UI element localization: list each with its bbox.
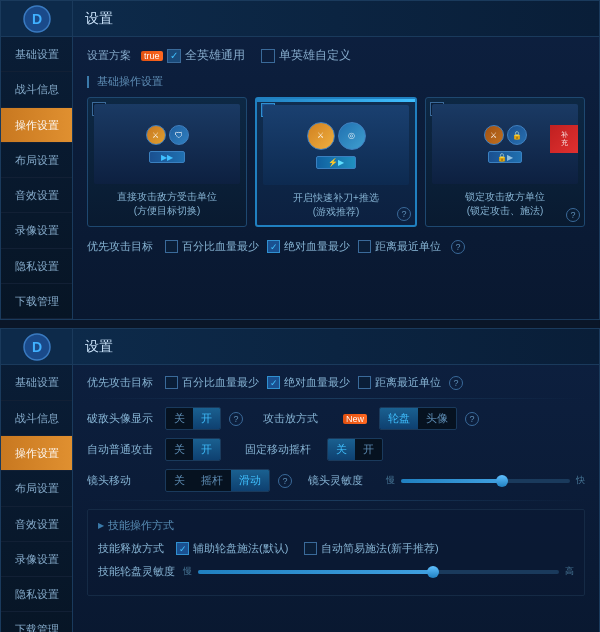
sidebar-item-battle[interactable]: 战斗信息 xyxy=(1,72,72,107)
skill-slider-fill xyxy=(198,570,433,574)
skill-checkbox-wheel: ✓ xyxy=(176,542,189,555)
content-area-2: 优先攻击目标 百分比血量最少 ✓ 绝对血量最少 距离最近单位 ? 破敌头像显 xyxy=(73,365,599,606)
hero-circle-1a: ⚔ xyxy=(146,125,166,145)
main-content-2: 设置 优先攻击目标 百分比血量最少 ✓ 绝对血量最少 距离最近单位 ? xyxy=(73,329,599,632)
skill-section-title: 技能操作方式 xyxy=(98,518,574,533)
fixed-joystick-label: 固定移动摇杆 xyxy=(245,442,315,457)
skill-icon-1: ▶▶ xyxy=(149,151,185,163)
mode-desc-free-adv: 开启快速补刀+推选(游戏推荐) xyxy=(263,191,409,219)
attack-dir-new-badge: New xyxy=(343,414,367,424)
tab-all-heroes-1[interactable]: ✓ 全英雄通用 xyxy=(167,47,245,64)
sidebar-item-download[interactable]: 下载管理 xyxy=(1,284,72,319)
camera-move-slide[interactable]: 滑动 xyxy=(231,470,269,491)
priority-row-2: 优先攻击目标 百分比血量最少 ✓ 绝对血量最少 距离最近单位 ? xyxy=(87,375,585,390)
priority-option-abs[interactable]: ✓ 绝对血量最少 xyxy=(267,239,350,254)
sidebar-item-record[interactable]: 录像设置 xyxy=(1,213,72,248)
skill-slider-thumb[interactable] xyxy=(427,566,439,578)
camera-slider-track[interactable] xyxy=(401,479,570,483)
broken-head-on[interactable]: 开 xyxy=(193,408,220,429)
skill-section: 技能操作方式 技能释放方式 ✓ 辅助轮盘施法(默认) 自动简易施法(新手推荐) xyxy=(87,509,585,596)
checkbox-nearest xyxy=(358,240,371,253)
attack-dir-wheel[interactable]: 轮盘 xyxy=(380,408,418,429)
camera-slider-fill xyxy=(401,479,502,483)
svg-text:D: D xyxy=(31,11,41,27)
attack-dir-toggle: 轮盘 头像 xyxy=(379,407,457,430)
check-icon-custom-1 xyxy=(261,49,275,63)
attack-dir-question[interactable]: ? xyxy=(465,412,479,426)
priority-label-1: 优先攻击目标 xyxy=(87,239,157,254)
attack-dir-portrait[interactable]: 头像 xyxy=(418,408,456,429)
sidebar2-item-operation[interactable]: 操作设置 xyxy=(1,436,72,471)
p2-option-abs[interactable]: ✓ 绝对血量最少 xyxy=(267,375,350,390)
priority-option-nearest[interactable]: 距离最近单位 xyxy=(358,239,441,254)
p2-option-nearest[interactable]: 距离最近单位 xyxy=(358,375,441,390)
skill-option-simple[interactable]: 自动简易施法(新手推荐) xyxy=(304,541,438,556)
priority-question[interactable]: ? xyxy=(451,240,465,254)
sidebar2-item-basic[interactable]: 基础设置 xyxy=(1,365,72,400)
skill-icon-2: ⚡▶ xyxy=(316,156,356,169)
question-mark-1[interactable]: ? xyxy=(397,207,411,221)
lock-badge: 补充 xyxy=(550,125,578,153)
camera-slider-max: 快 xyxy=(576,474,585,487)
sidebar-item-layout[interactable]: 布局设置 xyxy=(1,143,72,178)
sidebar2-item-download[interactable]: 下载管理 xyxy=(1,612,72,632)
broken-head-off[interactable]: 关 xyxy=(166,408,193,429)
fixed-joystick-on[interactable]: 开 xyxy=(355,439,382,460)
sidebar-item-privacy[interactable]: 隐私设置 xyxy=(1,249,72,284)
mode-card-lock[interactable]: ⚔ 🔒 🔒▶ 补充 锁定攻击敌方单位(锁定攻击、施法) ? xyxy=(425,97,585,227)
mode-desc-lock: 锁定攻击敌方单位(锁定攻击、施法) xyxy=(432,190,578,218)
logo-icon: D xyxy=(23,5,51,33)
settings-preset-label: 设置方案 xyxy=(87,48,131,63)
section-title-basic-op: 基础操作设置 xyxy=(87,74,585,89)
auto-attack-on[interactable]: 开 xyxy=(193,439,220,460)
logo-area: D xyxy=(1,1,72,37)
sidebar2-item-record[interactable]: 录像设置 xyxy=(1,542,72,577)
hero-circle-2a: ⚔ xyxy=(307,122,335,150)
auto-attack-off[interactable]: 关 xyxy=(166,439,193,460)
hero-circle-2b: ◎ xyxy=(338,122,366,150)
p2-priority-question[interactable]: ? xyxy=(449,376,463,390)
mode-card-free-adv[interactable]: ✓ ⚔ ◎ ⚡▶ 开启快速补刀+推选(游戏推荐) ? xyxy=(255,97,417,227)
camera-move-joystick[interactable]: 摇杆 xyxy=(193,470,231,491)
skill-slider-track[interactable] xyxy=(198,570,559,574)
p2-checkbox-abs: ✓ xyxy=(267,376,280,389)
sidebar2-item-layout[interactable]: 布局设置 xyxy=(1,471,72,506)
skill-option-wheel[interactable]: ✓ 辅助轮盘施法(默认) xyxy=(176,541,288,556)
panel-1: D 基础设置 战斗信息 操作设置 布局设置 音效设置 录像设置 隐私设置 下载管… xyxy=(0,0,600,320)
tab-custom-hero-1[interactable]: 单英雄自定义 xyxy=(261,47,351,64)
mode-desc-free: 直接攻击敌方受击单位(方便目标切换) xyxy=(94,190,240,218)
checkbox-abs: ✓ xyxy=(267,240,280,253)
mode-img-lock: ⚔ 🔒 🔒▶ 补充 xyxy=(432,104,578,184)
broken-head-label: 破敌头像显示 xyxy=(87,411,157,426)
p2-option-percent[interactable]: 百分比血量最少 xyxy=(165,375,259,390)
sidebar-1: D 基础设置 战斗信息 操作设置 布局设置 音效设置 录像设置 隐私设置 下载管… xyxy=(1,1,73,319)
camera-row: 镜头移动 关 摇杆 滑动 ? 镜头灵敏度 慢 快 xyxy=(87,469,585,492)
camera-move-question[interactable]: ? xyxy=(278,474,292,488)
camera-sens-label: 镜头灵敏度 xyxy=(308,473,378,488)
skill-slider-min: 慢 xyxy=(183,565,192,578)
priority-option-percent[interactable]: 百分比血量最少 xyxy=(165,239,259,254)
camera-move-toggle: 关 摇杆 滑动 xyxy=(165,469,270,492)
broken-head-question[interactable]: ? xyxy=(229,412,243,426)
sidebar2-item-battle[interactable]: 战斗信息 xyxy=(1,401,72,436)
skill-release-row: 技能释放方式 ✓ 辅助轮盘施法(默认) 自动简易施法(新手推荐) xyxy=(98,541,574,556)
divider-1 xyxy=(87,398,585,399)
sidebar2-item-audio[interactable]: 音效设置 xyxy=(1,507,72,542)
svg-text:D: D xyxy=(31,339,41,355)
skill-icon-3: 🔒▶ xyxy=(488,151,522,163)
skill-checkbox-simple xyxy=(304,542,317,555)
logo-area-2: D xyxy=(1,329,72,365)
camera-move-off[interactable]: 关 xyxy=(166,470,193,491)
checkbox-percent xyxy=(165,240,178,253)
camera-slider-thumb[interactable] xyxy=(496,475,508,487)
sidebar-item-operation[interactable]: 操作设置 xyxy=(1,108,72,143)
fixed-joystick-off[interactable]: 关 xyxy=(328,439,355,460)
logo-icon-2: D xyxy=(23,333,51,361)
sidebar-item-basic[interactable]: 基础设置 xyxy=(1,37,72,72)
skill-sens-label: 技能轮盘灵敏度 xyxy=(98,564,175,579)
question-mark-2[interactable]: ? xyxy=(566,208,580,222)
main-content-1: 设置 设置方案 true ✓ 全英雄通用 单英雄自定义 基础操作设置 xyxy=(73,1,599,319)
sidebar-item-audio[interactable]: 音效设置 xyxy=(1,178,72,213)
sidebar2-item-privacy[interactable]: 隐私设置 xyxy=(1,577,72,612)
mode-card-free[interactable]: ⚔ 🛡 ▶▶ 直接攻击敌方受击单位(方便目标切换) xyxy=(87,97,247,227)
